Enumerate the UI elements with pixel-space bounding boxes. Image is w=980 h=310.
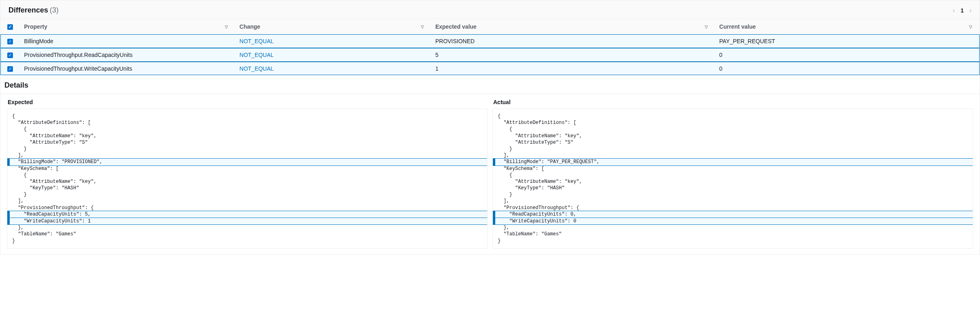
row-checkbox[interactable]: ✓ (7, 52, 13, 58)
sort-icon: ▽ (969, 24, 972, 29)
details-body: Expected { "AttributeDefinitions": [ { "… (0, 94, 980, 254)
col-header-current-label: Current value (719, 23, 756, 30)
code-line: } (7, 146, 487, 152)
cell-change[interactable]: NOT_EQUAL (235, 34, 431, 48)
code-line: "AttributeType": "S" (493, 139, 973, 146)
code-line: }, (7, 224, 487, 231)
code-line-highlight: "ReadCapacityUnits": 5, (7, 211, 487, 218)
cell-property: ProvisionedThroughput.ReadCapacityUnits (20, 48, 235, 62)
code-line: "AttributeName": "key", (493, 133, 973, 139)
col-header-property-label: Property (24, 23, 47, 30)
code-line: "KeyType": "HASH" (493, 185, 973, 191)
code-line: { (7, 172, 487, 178)
code-line: "TableName": "Games" (493, 231, 973, 237)
actual-label: Actual (493, 99, 973, 105)
cell-change[interactable]: NOT_EQUAL (235, 62, 431, 75)
col-header-change[interactable]: Change ▽ (235, 19, 431, 34)
code-line: { (7, 126, 487, 132)
table-row[interactable]: ✓ProvisionedThroughput.WriteCapacityUnit… (0, 62, 980, 75)
actual-code-box[interactable]: { "AttributeDefinitions": [ { "Attribute… (492, 109, 973, 249)
code-line: } (493, 146, 973, 152)
cell-property: ProvisionedThroughput.WriteCapacityUnits (20, 62, 235, 75)
code-line: { (493, 113, 973, 119)
code-line: ], (493, 152, 973, 159)
cell-current: PAY_PER_REQUEST (715, 34, 980, 48)
col-header-property[interactable]: Property ▽ (20, 19, 235, 34)
differences-panel: Differences (3) ‹ 1 › ✓ Property ▽ (0, 0, 980, 255)
actual-column: Actual { "AttributeDefinitions": [ { "At… (490, 96, 976, 249)
code-line: "KeySchema": [ (7, 165, 487, 172)
select-all-checkbox[interactable]: ✓ (7, 24, 13, 30)
differences-count: (3) (50, 6, 59, 14)
code-line: } (7, 191, 487, 198)
code-line-highlight: "BillingMode": "PROVISIONED", (7, 158, 487, 165)
code-line: "AttributeDefinitions": [ (7, 119, 487, 126)
differences-header: Differences (3) ‹ 1 › (0, 0, 980, 19)
code-line: "KeySchema": [ (493, 165, 973, 172)
sort-icon: ▽ (225, 24, 228, 29)
cell-current: 0 (715, 62, 980, 75)
table-row[interactable]: ✓ProvisionedThroughput.ReadCapacityUnits… (0, 48, 980, 62)
expected-column: Expected { "AttributeDefinitions": [ { "… (4, 96, 490, 249)
row-checkbox[interactable]: ✓ (7, 39, 13, 44)
code-line: }, (493, 224, 973, 231)
code-line: "AttributeDefinitions": [ (493, 119, 973, 126)
row-checkbox[interactable]: ✓ (7, 66, 13, 72)
differences-title: Differences (8, 6, 48, 14)
differences-table: ✓ Property ▽ Change ▽ Expected value ▽ C… (0, 19, 980, 75)
code-line: { (493, 126, 973, 132)
code-line: { (493, 172, 973, 178)
code-line: } (493, 238, 973, 244)
code-line: ], (7, 152, 487, 159)
code-line: } (493, 191, 973, 198)
col-header-current[interactable]: Current value ▽ (715, 19, 980, 34)
code-line: "AttributeType": "S" (7, 139, 487, 146)
code-line: "TableName": "Games" (7, 231, 487, 237)
code-line: "AttributeName": "key", (7, 133, 487, 139)
pager-page: 1 (961, 7, 964, 14)
cell-change[interactable]: NOT_EQUAL (235, 48, 431, 62)
code-line-highlight: "WriteCapacityUnits": 1 (7, 218, 487, 225)
cell-current: 0 (715, 48, 980, 62)
expected-code-box[interactable]: { "AttributeDefinitions": [ { "Attribute… (7, 109, 488, 249)
pager-prev-icon[interactable]: ‹ (953, 7, 955, 14)
code-line: "AttributeName": "key", (7, 178, 487, 185)
sort-icon: ▽ (421, 24, 424, 29)
code-line: "ProvisionedThroughput": { (7, 205, 487, 211)
code-line-highlight: "ReadCapacityUnits": 0, (493, 211, 973, 218)
code-line: } (7, 238, 487, 244)
pager: ‹ 1 › (953, 7, 972, 14)
table-row[interactable]: ✓BillingModeNOT_EQUALPROVISIONEDPAY_PER_… (0, 34, 980, 48)
cell-expected: 5 (431, 48, 715, 62)
sort-icon: ▽ (705, 24, 708, 29)
code-line: "KeyType": "HASH" (7, 185, 487, 191)
col-header-change-label: Change (239, 23, 260, 30)
code-line: "ProvisionedThroughput": { (493, 205, 973, 211)
cell-expected: 1 (431, 62, 715, 75)
details-title: Details (4, 81, 972, 90)
code-line: ], (493, 198, 973, 204)
pager-next-icon[interactable]: › (969, 7, 972, 14)
code-line-highlight: "BillingMode": "PAY_PER_REQUEST", (493, 158, 973, 165)
code-line: "AttributeName": "key", (493, 178, 973, 185)
col-header-expected[interactable]: Expected value ▽ (431, 19, 715, 34)
code-line: ], (7, 198, 487, 204)
details-header: Details (0, 75, 980, 94)
expected-label: Expected (8, 99, 488, 105)
code-line-highlight: "WriteCapacityUnits": 0 (493, 218, 973, 225)
cell-property: BillingMode (20, 34, 235, 48)
col-header-expected-label: Expected value (435, 23, 477, 30)
cell-expected: PROVISIONED (431, 34, 715, 48)
code-line: { (7, 113, 487, 119)
